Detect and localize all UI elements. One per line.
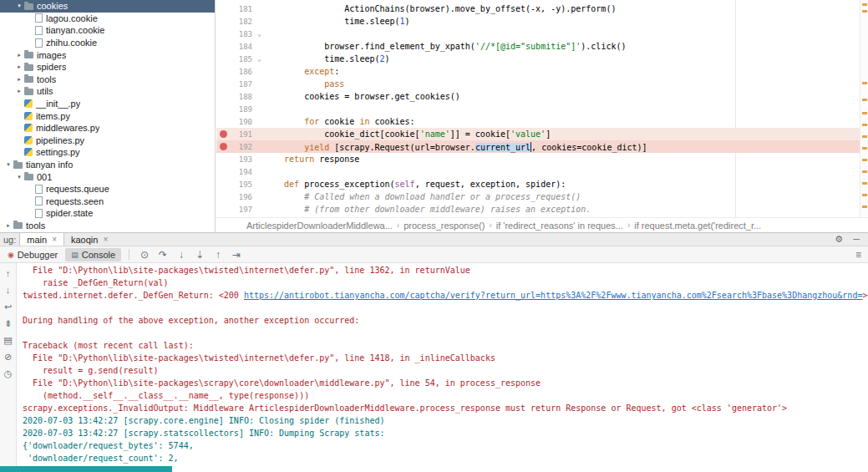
tree-item-001[interactable]: ▾001	[0, 170, 215, 183]
print-icon[interactable]: ▤	[2, 334, 15, 346]
breakpoint-icon[interactable]	[220, 143, 227, 150]
close-icon[interactable]: ×	[103, 235, 108, 244]
run-to-cursor-icon[interactable]: ⇥	[227, 249, 246, 261]
breakpoint-gutter[interactable]	[216, 90, 230, 103]
breadcrumb-item[interactable]: if request.meta.get('redirect_r...	[634, 221, 761, 231]
tree-item-tianyan-info[interactable]: ▾tianyan info	[0, 159, 215, 171]
line-number[interactable]: 184	[230, 43, 255, 51]
line-number[interactable]: 190	[230, 118, 255, 126]
line-number[interactable]: 186	[230, 68, 255, 76]
tree-item-items-py[interactable]: items.py	[0, 109, 215, 122]
fold-arrow-icon[interactable]: ⌄	[255, 30, 264, 38]
code-text[interactable]: # Called when a download handler or a pr…	[264, 192, 581, 201]
tree-item-requests-seen[interactable]: requests.seen	[0, 195, 215, 208]
breakpoint-gutter[interactable]	[216, 203, 230, 216]
run-tab-kaoqin[interactable]: kaoqin×	[64, 233, 114, 246]
breakpoint-gutter[interactable]	[216, 40, 230, 53]
code-line-191[interactable]: 191cookie_dict[cookie['name']] = cookie[…	[216, 128, 868, 140]
breakpoint-gutter[interactable]	[216, 3, 230, 15]
tree-item-tianyan-cookie[interactable]: tianyan.cookie	[0, 24, 215, 37]
hide-window-icon[interactable]: ─	[853, 234, 860, 245]
warning-tick[interactable]	[862, 124, 867, 126]
tree-item-cookies[interactable]: ▾cookies	[0, 0, 215, 13]
code-text[interactable]: for cookie in cookies:	[264, 117, 415, 126]
tree-item-utils[interactable]: ▸utils	[0, 85, 215, 98]
warning-tick[interactable]	[862, 112, 867, 114]
code-line-194[interactable]: 194	[216, 165, 868, 178]
tree-item-lagou-cookie[interactable]: lagou.cookie	[0, 13, 215, 25]
expanded-arrow-icon[interactable]: ▾	[14, 174, 24, 180]
step-over-icon[interactable]: ↷	[154, 249, 172, 261]
collapsed-arrow-icon[interactable]: ▸	[14, 63, 24, 70]
up-stack-trace-icon[interactable]: ↑	[2, 267, 15, 279]
warning-tick[interactable]	[862, 182, 867, 185]
warning-tick[interactable]	[862, 159, 867, 161]
taskbar-fragment[interactable]	[0, 466, 172, 472]
breakpoint-gutter[interactable]	[216, 53, 230, 65]
line-number[interactable]: 189	[230, 105, 255, 114]
code-line-182[interactable]: 182time.sleep(1)	[216, 15, 868, 28]
fold-arrow-icon[interactable]: ⌄	[255, 55, 264, 63]
settings-gear-icon[interactable]: ⚙	[835, 234, 843, 245]
warning-tick[interactable]	[862, 147, 867, 150]
code-line-183[interactable]: 183⌄	[216, 28, 868, 40]
warning-tick[interactable]	[862, 10, 867, 13]
warning-tick[interactable]	[862, 82, 867, 84]
code-line-188[interactable]: 188cookies = browser.get_cookies()	[216, 90, 868, 103]
code-line-195[interactable]: 195def process_exception(self, request, …	[216, 178, 868, 190]
code-text[interactable]: ActionChains(browser).move_by_offset(-x,…	[264, 4, 616, 13]
tree-item-init-py[interactable]: __init__.py	[0, 98, 215, 110]
console-menu-icon[interactable]: ≡	[855, 249, 861, 261]
tree-item-spider-state[interactable]: spider.state	[0, 207, 215, 220]
code-editor[interactable]: 181ActionChains(browser).move_by_offset(…	[216, 0, 868, 217]
breakpoint-gutter[interactable]	[216, 115, 230, 128]
collapsed-arrow-icon[interactable]: ▸	[14, 52, 24, 58]
run-tab-main[interactable]: main×	[19, 233, 64, 246]
code-line-186[interactable]: 186except:	[216, 65, 868, 78]
tree-item-tools[interactable]: ▸tools	[0, 74, 215, 86]
line-number[interactable]: 196	[230, 193, 255, 201]
code-text[interactable]: browser.find_element_by_xpath('//*[@id="…	[264, 42, 626, 51]
line-number[interactable]: 191	[230, 130, 255, 139]
code-line-190[interactable]: 190for cookie in cookies:	[216, 115, 868, 128]
code-text[interactable]: pass	[264, 79, 344, 89]
force-step-into-icon[interactable]: ⇣	[190, 249, 209, 261]
code-line-192[interactable]: 192yield [scrapy.Request(url=browser.cur…	[216, 140, 868, 153]
tree-item-spiders[interactable]: ▸spiders	[0, 61, 215, 74]
line-number[interactable]: 182	[230, 18, 255, 26]
code-line-197[interactable]: 197# (from other downloader middleware) …	[216, 203, 868, 216]
line-number[interactable]: 192	[230, 143, 255, 151]
soft-wrap-icon[interactable]: ↩	[2, 301, 15, 312]
breakpoint-icon[interactable]	[220, 130, 227, 138]
console-link[interactable]: https://antirobot.tianyancha.com/captcha…	[244, 291, 863, 300]
line-number[interactable]: 183	[230, 30, 255, 38]
panel-tab-debugger[interactable]: ◉Debugger	[2, 248, 63, 261]
tree-item-tools[interactable]: ▸tools	[0, 220, 215, 232]
tree-item-settings-py[interactable]: settings.py	[0, 146, 215, 159]
breakpoint-gutter[interactable]	[216, 15, 230, 28]
code-line-185[interactable]: 185⌄time.sleep(2)	[216, 53, 868, 65]
code-line-193[interactable]: 193return response	[216, 153, 868, 165]
breakpoint-gutter[interactable]	[216, 140, 230, 153]
close-icon[interactable]: ×	[52, 235, 57, 244]
breadcrumb-item[interactable]: process_response()	[404, 221, 485, 231]
warning-tick[interactable]	[862, 170, 867, 173]
warning-tick[interactable]	[862, 99, 867, 101]
breakpoint-gutter[interactable]	[216, 153, 230, 165]
breakpoint-gutter[interactable]	[216, 178, 230, 190]
code-text[interactable]: time.sleep(1)	[264, 17, 410, 26]
tree-item-images[interactable]: ▸images	[0, 48, 215, 61]
line-number[interactable]: 194	[230, 168, 255, 176]
code-text[interactable]: yield [scrapy.Request(url=browser.curren…	[264, 142, 647, 152]
code-text[interactable]: def process_exception(self, request, exc…	[264, 180, 566, 189]
code-line-187[interactable]: 187pass	[216, 78, 868, 90]
line-number[interactable]: 193	[230, 155, 255, 164]
error-stripe[interactable]	[860, 0, 868, 217]
line-number[interactable]: 181	[230, 5, 255, 13]
line-number[interactable]: 197	[230, 206, 255, 214]
breakpoint-gutter[interactable]	[216, 65, 230, 78]
breakpoint-gutter[interactable]	[216, 28, 230, 40]
code-line-196[interactable]: 196# Called when a download handler or a…	[216, 190, 868, 203]
tree-item-middlewares-py[interactable]: middlewares.py	[0, 122, 215, 134]
code-text[interactable]: # (from other downloader middleware) rai…	[264, 205, 591, 214]
